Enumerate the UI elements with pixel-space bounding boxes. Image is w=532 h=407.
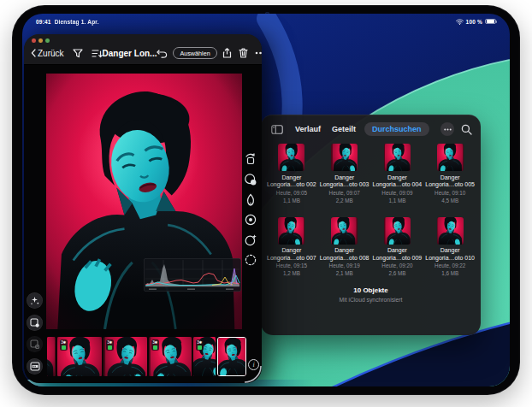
- sidebar-toggle-icon[interactable]: [271, 125, 283, 134]
- window-controls[interactable]: [32, 38, 50, 43]
- selection-tool[interactable]: [244, 253, 258, 268]
- clone-tool[interactable]: [244, 173, 258, 187]
- minimize-window-dot[interactable]: [38, 38, 43, 43]
- photo-size: 1,1 MB: [283, 198, 300, 204]
- photo-date: Heute, 09:10: [434, 190, 465, 197]
- close-window-dot[interactable]: [32, 38, 36, 43]
- photo-grid-item[interactable]: Danger Longoria…oto 004 Heute, 09:09 1,1…: [371, 144, 424, 204]
- photo-date: Heute, 09:09: [381, 190, 412, 197]
- green-tag-icon: [198, 345, 202, 350]
- tab-geteilt[interactable]: Geteilt: [332, 125, 356, 133]
- rating-badge: 3✱: [60, 339, 68, 351]
- editor-window: Zurück Danger Lon... Auswählen: [24, 34, 262, 383]
- photo-thumbnail[interactable]: [331, 144, 358, 171]
- document-title[interactable]: Danger Lon...: [103, 49, 157, 58]
- photo-grid-item[interactable]: Danger Longoria…oto 002 Heute, 09:05 1,1…: [265, 144, 318, 204]
- retouch-tool[interactable]: [244, 233, 258, 247]
- icloud-sync-status: Mit iCloud synchronisiert: [261, 297, 481, 303]
- green-tag-icon: [62, 345, 66, 350]
- histogram-chart: [144, 258, 241, 292]
- photo-thumbnail[interactable]: [331, 217, 358, 245]
- browser-footer: 10 Objekte Mit iCloud synchronisiert: [261, 286, 481, 303]
- zoom-window-dot[interactable]: [45, 38, 50, 43]
- item-count: 10 Objekte: [261, 286, 481, 294]
- photo-name-line2: Longoria…oto 004: [373, 181, 423, 189]
- export-button[interactable]: [27, 315, 43, 331]
- photo-grid-item[interactable]: Danger Longoria…oto 008 Heute, 09:19 2,1…: [318, 217, 371, 278]
- filmstrip-thumbnail[interactable]: 3✱: [149, 337, 192, 376]
- filmstrip-thumbnail[interactable]: 3✱: [103, 337, 147, 376]
- rating-label: 3✱: [107, 340, 112, 345]
- photo-size: 2,6 MB: [388, 270, 405, 277]
- adjust-brush-tool[interactable]: [244, 192, 258, 207]
- undo-icon[interactable]: [157, 49, 168, 58]
- thumbnail-image: [278, 144, 304, 171]
- canvas-settings-button[interactable]: [27, 336, 43, 352]
- photo-grid-item[interactable]: Danger Longoria…oto 003 Heute, 09:07 2,2…: [318, 144, 371, 204]
- photo-name-line2: Longoria…oto 002: [267, 181, 316, 189]
- more-options-icon[interactable]: [255, 51, 262, 55]
- photo-grid-item[interactable]: Danger Longoria…oto 007 Heute, 09:15 1,2…: [265, 217, 318, 278]
- tab-verlauf[interactable]: Verlauf: [295, 125, 321, 133]
- photo-thumbnail[interactable]: [278, 144, 304, 171]
- crop-rotate-tool[interactable]: [244, 152, 258, 167]
- photo-date: Heute, 09:05: [276, 190, 307, 197]
- photo-name-line1: Danger: [387, 174, 407, 182]
- rating-badge: 3✱: [151, 339, 159, 351]
- photo-name-line1: Danger: [440, 247, 460, 255]
- photo-name-line1: Danger: [281, 247, 301, 255]
- battery-icon: [485, 19, 496, 25]
- photo-grid-item[interactable]: Danger Longoria…oto 009 Heute, 09:20 2,6…: [371, 217, 424, 278]
- trash-icon[interactable]: [239, 48, 248, 58]
- filmstrip-thumbnail[interactable]: 3✱: [193, 337, 216, 376]
- ipad-device: 09:41 Dienstag 1. Apr. 100 %: [12, 5, 520, 395]
- thumbnail-image: [331, 217, 358, 245]
- photo-thumbnail[interactable]: [278, 217, 304, 245]
- sort-icon[interactable]: [92, 49, 103, 58]
- photo-name-line1: Danger: [334, 247, 354, 255]
- photo-size: 4,5 MB: [441, 198, 458, 204]
- rating-label: 3✱: [152, 340, 157, 345]
- back-button[interactable]: Zurück: [31, 49, 64, 58]
- thumbnail-image: [384, 144, 411, 171]
- photo-date: Heute, 09:20: [381, 262, 412, 269]
- filmstrip-toggle-button[interactable]: [27, 358, 43, 375]
- photo-name-line2: Longoria…oto 008: [320, 255, 369, 262]
- auto-enhance-button[interactable]: [27, 292, 43, 309]
- tool-rail-left: [27, 292, 43, 375]
- vignette-tool[interactable]: [244, 213, 258, 227]
- photo-grid-item[interactable]: Danger Longoria…oto 005 Heute, 09:10 4,5…: [423, 144, 476, 204]
- browser-more-button[interactable]: [440, 122, 454, 136]
- search-icon[interactable]: [461, 124, 472, 135]
- photo-thumbnail[interactable]: [437, 144, 464, 171]
- thumbnail-image: [331, 144, 358, 171]
- photo-thumbnail[interactable]: [384, 217, 411, 245]
- tab-durchsuchen[interactable]: Durchsuchen: [364, 122, 429, 136]
- photo-date: Heute, 09:07: [329, 190, 360, 197]
- photo-thumbnail[interactable]: [437, 217, 464, 245]
- filmstrip-thumbnail[interactable]: [47, 337, 56, 376]
- share-icon[interactable]: [222, 48, 232, 58]
- thumbnail-image: [278, 217, 304, 245]
- photo-grid-item[interactable]: Danger Longoria…oto 010 Heute, 09:22 1,6…: [423, 217, 476, 278]
- photo-name-line1: Danger: [440, 174, 460, 182]
- photo-size: 2,1 MB: [336, 270, 353, 277]
- green-tag-icon: [108, 345, 112, 350]
- filmstrip[interactable]: 3✱ 3✱ 3✱ 3✱: [47, 337, 246, 377]
- filter-icon[interactable]: [73, 49, 83, 58]
- photo-size: 1,2 MB: [283, 270, 300, 277]
- photo-name-line1: Danger: [334, 174, 354, 182]
- ellipsis-icon: [444, 128, 452, 131]
- filmstrip-thumbnail[interactable]: 3✱: [57, 337, 102, 376]
- select-button[interactable]: Auswählen: [173, 47, 216, 59]
- photo-size: 1,1 MB: [388, 198, 405, 204]
- status-time: 09:41: [36, 19, 51, 25]
- status-bar: 09:41 Dienstag 1. Apr. 100 %: [22, 14, 510, 27]
- photo-name-line1: Danger: [387, 247, 407, 255]
- histogram-panel[interactable]: [144, 258, 241, 292]
- photo-name-line1: Danger: [281, 174, 301, 182]
- photo-size: 1,6 MB: [441, 270, 458, 277]
- rating-label: 3✱: [197, 340, 202, 345]
- photo-thumbnail[interactable]: [384, 144, 411, 171]
- photo-name-line2: Longoria…oto 005: [425, 181, 475, 189]
